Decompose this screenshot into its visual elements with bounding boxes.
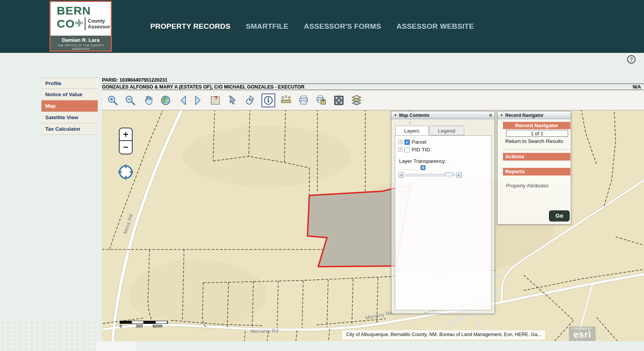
actions-section-header: Actions	[503, 153, 570, 161]
assessor-name: Damian R. Lara	[51, 37, 111, 43]
layer-row-parcel: + ✓ Parcel	[398, 139, 426, 145]
nav-assessors-forms[interactable]: ASSESSOR'S FORMS	[304, 22, 381, 31]
pid-tid-layer-label: PID TID	[412, 147, 430, 153]
map-zoom-in-button[interactable]: +	[120, 128, 132, 141]
scale-tick-300: 300	[136, 324, 143, 328]
previous-extent-icon[interactable]	[176, 93, 190, 107]
scale-tick-600: 600ft	[153, 324, 163, 328]
slider-right-arrow[interactable]: ▸	[456, 172, 462, 178]
select-pointer-icon[interactable]	[226, 93, 240, 107]
expand-icon[interactable]: +	[398, 148, 402, 152]
transparency-slider: ◂ ▸	[398, 172, 462, 178]
zoom-out-tool-icon[interactable]	[123, 93, 137, 107]
export-print-icon[interactable]	[314, 93, 328, 107]
sidebar-item-map[interactable]: Map	[41, 100, 98, 112]
record-navigator-banner: Record Navigator	[503, 122, 570, 129]
map-contents-panel: ▼ Map Contents × Layers Legend + ✓ Parce…	[391, 111, 495, 314]
layer-transparency-label: Layer Transparency:	[399, 158, 446, 164]
record-navigator-panel: ▼ Record Navigator Record Navigator 1 of…	[497, 111, 571, 225]
main-nav: PROPERTY RECORDS SMARTFILE ASSESSOR'S FO…	[150, 0, 474, 53]
info-tool-icon[interactable]	[261, 93, 275, 107]
tab-layers[interactable]: Layers	[395, 126, 429, 135]
assessor-office-label: THE OFFICE OF THE COUNTY ASSESSOR	[51, 44, 111, 51]
reports-section-header: Reports	[503, 168, 570, 176]
next-extent-icon[interactable]	[191, 93, 205, 107]
slider-track[interactable]	[405, 174, 455, 176]
overview-map-icon[interactable]	[209, 93, 222, 107]
esri-logo: POWERED BY esri	[569, 326, 596, 341]
logo-line2: CO	[57, 17, 75, 30]
scale-tick-0: 0	[120, 324, 122, 328]
layers-icon[interactable]	[350, 93, 363, 107]
transparency-spinner[interactable]	[421, 165, 426, 170]
layers-tab-content: + ✓ Parcel + PID TID Layer Transparency:…	[395, 135, 491, 310]
zoom-in-tool-icon[interactable]	[106, 93, 120, 107]
bernco-logo[interactable]: BERN CO County	[49, 1, 112, 52]
nav-assessor-website[interactable]: ASSESSOR WEBSITE	[396, 22, 474, 31]
tab-legend[interactable]: Legend	[429, 126, 464, 135]
close-icon[interactable]: ×	[489, 113, 492, 118]
collapse-icon[interactable]: ▼	[394, 113, 397, 117]
top-header: BERN CO County	[0, 0, 644, 53]
record-position: 1 of 1	[506, 130, 568, 137]
logo-side2: Assessor	[88, 24, 110, 30]
logo-line1: BERN	[57, 5, 111, 16]
pan-hand-icon[interactable]	[141, 93, 155, 107]
map-contents-titlebar[interactable]: ▼ Map Contents ×	[391, 112, 495, 119]
parcel-layer-checkbox[interactable]: ✓	[404, 139, 410, 145]
bernco-logo-mark: BERN CO County	[49, 1, 112, 36]
assessor-name-strip: Damian R. Lara THE OFFICE OF THE COUNTY …	[49, 36, 112, 52]
record-navigator-title: Record Navigator	[505, 113, 544, 118]
decorative-dots	[0, 321, 100, 351]
property-attributes-link[interactable]: Property Attributes	[506, 183, 549, 189]
sidebar-item-satellite-view[interactable]: Satellite View	[41, 112, 98, 123]
assessor-map-page: BERN CO County	[0, 0, 644, 351]
sidebar-item-notice-of-value[interactable]: Notice of Value	[41, 89, 98, 100]
esri-brand: esri	[569, 330, 596, 339]
owner-name: GONZALES ALFONSO & MARY A (ESTATES OF), …	[102, 84, 304, 90]
identify-select-icon[interactable]	[244, 93, 258, 107]
zia-sun-icon	[75, 19, 83, 28]
transparency-spinner-row	[399, 165, 426, 170]
slider-left-arrow[interactable]: ◂	[398, 172, 404, 178]
parid-label: PARID: 103904407551220231	[102, 77, 644, 84]
print-icon[interactable]	[297, 93, 310, 107]
record-navigator-titlebar[interactable]: ▼ Record Navigator	[498, 112, 571, 119]
scale-bar: 0 300 600ft	[120, 321, 169, 329]
map-attribution: City of Albuquerque, Bernalillo County, …	[342, 330, 545, 340]
map-contents-title: Map Contents	[399, 113, 429, 118]
map-zoom-out-button[interactable]: −	[120, 141, 132, 154]
slider-thumb[interactable]	[445, 172, 453, 178]
map-contents-tabs: Layers Legend	[395, 126, 464, 135]
nav-property-records[interactable]: PROPERTY RECORDS	[150, 22, 230, 31]
locate-button[interactable]	[117, 164, 134, 180]
map-canvas[interactable]: Mora Rd Moriarty Rd Moriarty Rd + − 0	[102, 110, 644, 341]
full-screen-icon[interactable]	[332, 93, 346, 107]
help-icon[interactable]: ?	[627, 55, 636, 64]
sidebar-item-profile[interactable]: Profile	[41, 77, 98, 89]
layer-row-pid-tid: + PID TID	[398, 147, 430, 153]
nav-smartfile[interactable]: SMARTFILE	[246, 22, 288, 31]
sidebar-item-tax-calculator[interactable]: Tax Calculator	[41, 123, 98, 135]
measure-tool-icon[interactable]	[279, 93, 293, 107]
full-extent-globe-icon[interactable]	[159, 93, 172, 107]
logo-side1: County	[88, 18, 110, 24]
road-label-moriarty-1: Moriarty Rd	[251, 328, 279, 334]
transparency-value-field[interactable]	[399, 166, 421, 170]
map-zoom-control: + −	[119, 128, 133, 154]
return-to-search-results-link[interactable]: Return to Search Results	[498, 138, 571, 144]
parcel-layer-label: Parcel	[412, 139, 426, 145]
left-sidebar: Profile Notice of Value Map Satellite Vi…	[41, 77, 98, 135]
pid-tid-layer-checkbox[interactable]	[404, 147, 410, 153]
expand-icon[interactable]: +	[398, 140, 402, 144]
logo-divider	[85, 17, 85, 30]
map-toolbar	[102, 90, 644, 110]
record-right-value: N/A	[632, 84, 644, 90]
record-header: PARID: 103904407551220231 GONZALES ALFON…	[102, 77, 644, 90]
go-button[interactable]: Go	[549, 210, 570, 221]
divider	[503, 149, 570, 150]
decorative-block	[96, 341, 136, 351]
collapse-icon[interactable]: ▼	[500, 113, 503, 117]
